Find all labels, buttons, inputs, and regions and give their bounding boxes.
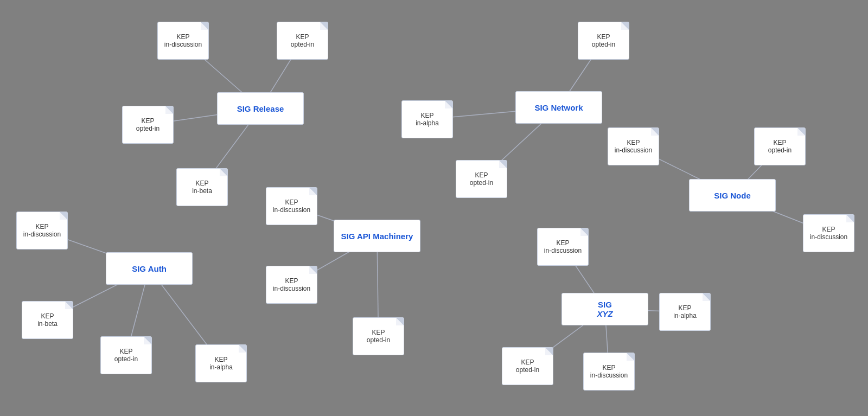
kep_ind3: KEPin-discussion — [266, 187, 317, 225]
sig_api: SIG API Machinery — [334, 220, 420, 252]
sig_node: SIG Node — [689, 179, 776, 212]
kep_ind1: KEPin-discussion — [157, 22, 209, 60]
sig_release: SIG Release — [217, 92, 304, 125]
kep_inalpha2: KEPin-alpha — [401, 100, 453, 138]
sig_network: SIG Network — [515, 91, 602, 124]
kep_optin4: KEPopted-in — [353, 317, 404, 355]
kep_inalpha3: KEPin-alpha — [659, 293, 711, 331]
kep_ind2: KEPin-discussion — [16, 212, 68, 249]
kep_optin3: KEPopted-in — [100, 336, 152, 374]
kep_ind4: KEPin-discussion — [266, 266, 317, 304]
kep_inbeta1: KEPin-beta — [176, 168, 228, 206]
kep_inbeta2: KEPin-beta — [22, 301, 73, 339]
kep_optin7: KEPopted-in — [754, 127, 806, 165]
sig_xyz: SIG XYZ — [561, 293, 648, 325]
kep_ind7: KEPin-discussion — [803, 214, 854, 252]
kep_optin6: KEPopted-in — [578, 22, 629, 60]
kep_inalpha1: KEPin-alpha — [195, 344, 247, 382]
kep_optin8: KEPopted-in — [502, 347, 553, 385]
kep_ind5: KEPin-discussion — [608, 127, 659, 165]
kep_optin5: KEPopted-in — [456, 160, 507, 198]
sig_auth: SIG Auth — [106, 252, 193, 285]
kep_optin1: KEPopted-in — [277, 22, 328, 60]
kep_ind6: KEPin-discussion — [537, 228, 589, 266]
kep_ind8: KEPin-discussion — [583, 353, 635, 391]
kep_optin2: KEPopted-in — [122, 106, 174, 144]
